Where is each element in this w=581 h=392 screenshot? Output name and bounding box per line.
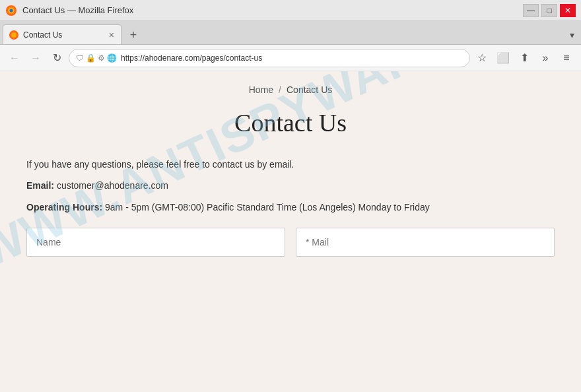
page-content: WWW.ANTISPYWARE.COM Home / Contact Us Co… [0, 71, 581, 392]
tab-close-button[interactable]: × [108, 30, 116, 40]
contact-info: If you have any questions, please feel f… [26, 157, 555, 214]
breadcrumb-separator: / [279, 84, 281, 95]
connection-icon: ⚙ [98, 53, 105, 63]
svg-point-4 [11, 32, 17, 38]
address-bar[interactable]: 🛡 🔒 ⚙ 🌐 https://ahodenare.com/pages/cont… [69, 49, 470, 67]
verified-icon: 🌐 [107, 53, 117, 63]
name-input[interactable] [26, 228, 285, 257]
browser-icon [5, 5, 17, 16]
content-area: Home / Contact Us Contact Us If you have… [0, 71, 581, 277]
nav-right-controls: ☆ ⬜ ⬆ » ≡ [473, 49, 576, 67]
svg-point-2 [10, 9, 13, 12]
contact-form-row [26, 228, 555, 257]
title-bar: Contact Us — Mozilla Firefox — □ ✕ [0, 0, 581, 21]
tab-bar: Contact Us × + ▾ [0, 21, 581, 45]
tab-favicon-icon [9, 30, 19, 40]
close-button[interactable]: ✕ [560, 4, 576, 17]
window-controls: — □ ✕ [523, 4, 576, 17]
page-title: Contact Us [26, 108, 555, 137]
mail-input[interactable] [296, 228, 555, 257]
refresh-button[interactable]: ↻ [48, 49, 66, 67]
active-tab[interactable]: Contact Us × [3, 24, 121, 44]
shield-icon: 🛡 [76, 53, 84, 63]
breadcrumb: Home / Contact Us [26, 84, 555, 95]
email-value: customer@ahodenare.com [57, 180, 168, 191]
new-tab-button[interactable]: + [124, 26, 143, 44]
email-line: Email: customer@ahodenare.com [26, 178, 555, 193]
pocket-button[interactable]: ⬜ [494, 49, 512, 67]
share-button[interactable]: ⬆ [515, 49, 533, 67]
nav-bar: ← → ↻ 🛡 🔒 ⚙ 🌐 https://ahodenare.com/page… [0, 45, 581, 71]
bookmark-button[interactable]: ☆ [473, 49, 491, 67]
breadcrumb-current: Contact Us [287, 84, 332, 95]
menu-button[interactable]: ≡ [557, 49, 576, 67]
tab-label: Contact Us [23, 30, 104, 40]
hours-value: 9am - 5pm (GMT-08:00) Pacific Standard T… [105, 202, 430, 212]
back-button[interactable]: ← [5, 49, 24, 67]
lock-icon: 🔒 [86, 53, 96, 63]
extensions-button[interactable]: » [536, 49, 555, 67]
intro-text: If you have any questions, please feel f… [26, 157, 555, 172]
hours-line: Operating Hours: 9am - 5pm (GMT-08:00) P… [26, 200, 555, 214]
window-title: Contact Us — Mozilla Firefox [22, 5, 133, 15]
breadcrumb-home-link[interactable]: Home [249, 84, 273, 95]
tab-list-chevron-icon[interactable]: ▾ [566, 28, 578, 42]
hours-label: Operating Hours: [26, 202, 102, 212]
minimize-button[interactable]: — [523, 4, 539, 17]
security-icons: 🛡 🔒 ⚙ 🌐 [76, 53, 117, 63]
forward-button[interactable]: → [26, 49, 45, 67]
url-display: https://ahodenare.com/pages/contact-us [121, 53, 262, 63]
email-label: Email: [26, 180, 54, 191]
maximize-button[interactable]: □ [541, 4, 557, 17]
